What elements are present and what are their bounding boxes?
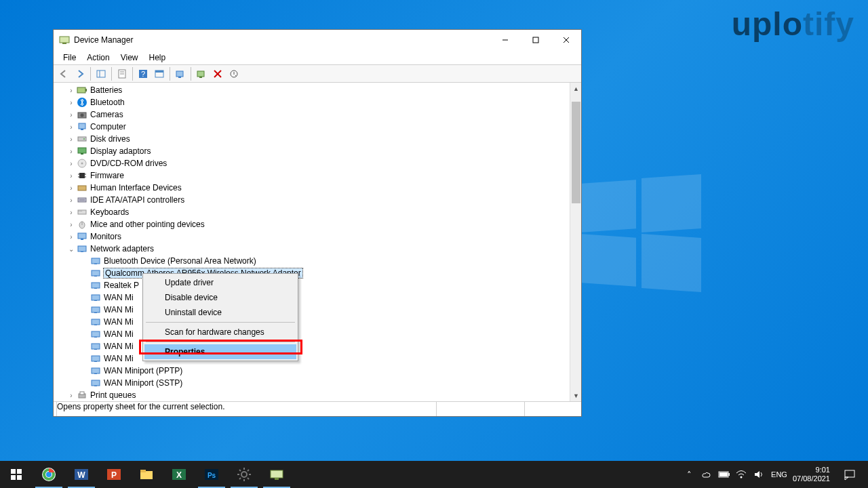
expander-icon[interactable]: › — [67, 160, 75, 167]
device-icon — [90, 256, 101, 266]
svg-rect-46 — [81, 211, 82, 211]
tree-category[interactable]: ›DVD/CD-ROM drives — [54, 157, 570, 169]
tree-category[interactable]: ›Monitors — [54, 230, 570, 243]
expander-icon[interactable]: › — [67, 172, 75, 180]
expander-icon[interactable]: › — [67, 148, 75, 155]
tree-network-item[interactable]: WAN Mi — [54, 328, 570, 340]
back-button[interactable] — [56, 66, 71, 81]
taskbar-word[interactable]: W — [65, 461, 98, 488]
update-driver-button[interactable] — [194, 66, 209, 81]
expander-icon[interactable]: › — [67, 233, 75, 241]
taskbar-device-manager[interactable] — [260, 461, 293, 488]
tree-category[interactable]: ›Human Interface Devices — [54, 182, 570, 194]
ctx-update-driver[interactable]: Update driver — [144, 275, 296, 290]
scroll-up-arrow[interactable]: ▲ — [570, 83, 581, 94]
svg-text:?: ? — [141, 70, 145, 78]
tree-network-item[interactable]: WAN Miniport (SSTP) — [54, 377, 570, 389]
close-button[interactable] — [551, 30, 581, 50]
vertical-scrollbar[interactable]: ▲ ▼ — [570, 83, 581, 401]
tree-category[interactable]: ›Keyboards — [54, 206, 570, 218]
scroll-thumb[interactable] — [572, 102, 580, 203]
titlebar[interactable]: Device Manager — [54, 30, 581, 50]
tree-category-network[interactable]: ⌄Network adapters — [54, 243, 570, 255]
tree-item-label: Computer — [90, 122, 126, 131]
tree-category[interactable]: ›Cameras — [54, 108, 570, 121]
tray-wifi-icon[interactable] — [736, 470, 748, 479]
menu-file[interactable]: File — [58, 52, 81, 64]
taskbar-explorer[interactable] — [130, 461, 163, 488]
svg-rect-64 — [94, 325, 97, 325]
minimize-button[interactable] — [490, 30, 520, 50]
expander-icon[interactable]: › — [67, 392, 75, 399]
expander-icon[interactable]: › — [67, 99, 75, 106]
tray-notifications[interactable] — [835, 461, 864, 488]
taskbar-chrome[interactable] — [33, 461, 65, 488]
tree-category[interactable]: ›Firmware — [54, 169, 570, 182]
tree-network-item[interactable]: Qualcomm Atheros AR956x Wireless Network… — [54, 267, 570, 279]
tray-volume-icon[interactable] — [753, 470, 766, 479]
uninstall-device-button[interactable] — [210, 66, 225, 81]
action-4-icon[interactable] — [152, 66, 167, 81]
tree-network-item[interactable]: Realtek P — [54, 279, 570, 291]
expander-icon[interactable]: › — [67, 111, 75, 119]
expander-icon[interactable]: › — [67, 221, 75, 228]
taskbar[interactable]: W P X Ps ˄ ENG 9:01 07/08/2021 — [0, 461, 868, 488]
ctx-scan-hardware[interactable]: Scan for hardware changes — [144, 325, 296, 340]
taskbar-photoshop[interactable]: Ps — [195, 461, 228, 488]
expander-icon[interactable]: › — [67, 197, 75, 204]
ctx-uninstall-device[interactable]: Uninstall device — [144, 305, 296, 320]
forward-button[interactable] — [73, 66, 87, 81]
tree-network-item[interactable]: WAN Mi — [54, 340, 570, 352]
svg-rect-58 — [94, 288, 97, 289]
ctx-disable-device[interactable]: Disable device — [144, 290, 296, 305]
device-tree[interactable]: ›Batteries›Bluetooth›Cameras›Computer›Di… — [54, 83, 570, 401]
tray-language[interactable]: ENG — [771, 470, 787, 479]
tree-network-item[interactable]: WAN Mi — [54, 352, 570, 365]
tray-date: 07/08/2021 — [793, 474, 830, 483]
expander-icon[interactable]: › — [67, 123, 75, 131]
tree-category[interactable]: ›IDE ATA/ATAPI controllers — [54, 194, 570, 206]
tree-item-label: Human Interface Devices — [90, 183, 182, 192]
device-icon — [90, 317, 101, 327]
menu-help[interactable]: Help — [144, 52, 172, 64]
menu-view[interactable]: View — [115, 52, 144, 64]
tree-category[interactable]: ›Computer — [54, 121, 570, 133]
svg-rect-17 — [197, 71, 204, 77]
tree-category[interactable]: ›Batteries — [54, 84, 570, 96]
svg-line-100 — [239, 470, 241, 471]
tree-category[interactable]: ›Print queues — [54, 389, 570, 401]
tree-category[interactable]: ›Mice and other pointing devices — [54, 218, 570, 230]
expander-icon[interactable]: › — [67, 209, 75, 216]
svg-rect-51 — [78, 246, 86, 251]
maximize-button[interactable] — [520, 30, 551, 50]
tray-chevron-icon[interactable]: ˄ — [683, 470, 695, 480]
expander-icon[interactable]: › — [67, 184, 75, 192]
start-button[interactable] — [0, 461, 33, 488]
tree-category[interactable]: ›Disk drives — [54, 133, 570, 145]
expander-icon[interactable]: ⌄ — [67, 245, 75, 253]
tray-onedrive-icon[interactable] — [701, 469, 713, 480]
scan-hardware-button[interactable] — [173, 66, 188, 81]
tree-network-item[interactable]: WAN Mi — [54, 316, 570, 328]
taskbar-settings[interactable] — [228, 461, 260, 488]
tree-category[interactable]: ›Bluetooth — [54, 96, 570, 108]
show-hide-console-button[interactable] — [94, 66, 108, 81]
tree-network-item[interactable]: WAN Mi — [54, 291, 570, 304]
tree-network-item[interactable]: Bluetooth Device (Personal Area Network) — [54, 255, 570, 267]
tray-clock[interactable]: 9:01 07/08/2021 — [793, 466, 830, 483]
taskbar-excel[interactable]: X — [163, 461, 195, 488]
tree-network-item[interactable]: WAN Mi — [54, 304, 570, 316]
tree-category[interactable]: ›Display adaptors — [54, 145, 570, 157]
expander-icon[interactable]: › — [67, 87, 75, 94]
help-button[interactable]: ? — [136, 66, 151, 81]
disable-device-button[interactable] — [226, 66, 241, 81]
tree-network-item[interactable]: WAN Miniport (PPTP) — [54, 365, 570, 377]
expander-icon[interactable]: › — [67, 136, 75, 143]
tray-time: 9:01 — [793, 466, 830, 474]
scroll-down-arrow[interactable]: ▼ — [570, 390, 581, 401]
tray-battery-icon[interactable] — [718, 470, 730, 479]
taskbar-powerpoint[interactable]: P — [98, 461, 130, 488]
menu-action[interactable]: Action — [81, 52, 115, 64]
ctx-properties[interactable]: Properties — [144, 344, 296, 359]
properties-button[interactable] — [115, 66, 130, 81]
